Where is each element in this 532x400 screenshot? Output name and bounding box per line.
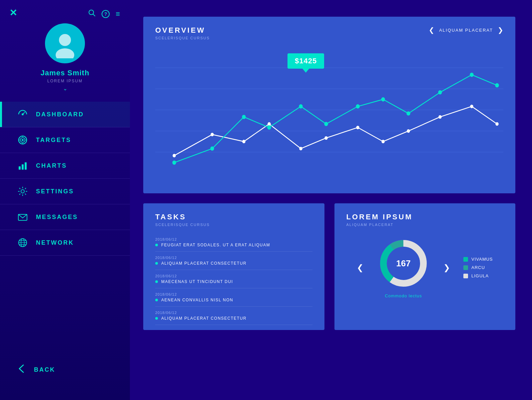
legend-label: LIGULA xyxy=(471,273,489,278)
sidebar-item-charts[interactable]: CHARTS xyxy=(0,153,130,179)
task-date: 2018/06/12 xyxy=(155,237,312,241)
svg-rect-15 xyxy=(25,162,27,170)
overview-next-button[interactable]: ❯ xyxy=(498,26,503,34)
network-icon xyxy=(17,237,29,248)
overview-title: OVERVIEW xyxy=(155,26,210,35)
task-description: ALIQUAM PLACERAT CONSECTETUR xyxy=(155,261,312,266)
legend-label: VIVAMUS xyxy=(471,257,493,262)
svg-point-45 xyxy=(324,122,328,126)
dashboard-icon xyxy=(17,109,29,120)
task-list: 2018/06/12 FEUGIAT ERAT SODALES. UT A ER… xyxy=(155,233,312,325)
donut-legend: VIVAMUS ARCU LIGULA xyxy=(463,257,493,278)
overview-prev-button[interactable]: ❮ xyxy=(429,26,434,34)
svg-point-35 xyxy=(381,140,385,143)
lorem-title-block: LOREM IPSUM ALIQUAM PLACERAT xyxy=(346,213,413,227)
help-icon[interactable]: ? xyxy=(102,10,110,18)
task-text: ALIQUAM PLACERAT CONSECTETUR xyxy=(161,261,247,266)
svg-point-50 xyxy=(470,73,473,77)
task-date: 2018/06/12 xyxy=(155,274,312,278)
donut-chart: 167 xyxy=(377,237,430,290)
main-content: OVERVIEW SCELERISQUE CURSUS ❮ ALIQUAM PL… xyxy=(130,0,532,400)
donut-chart-container: 167 Commodo lectus xyxy=(377,237,430,298)
legend-color-dot xyxy=(463,257,468,262)
messages-label: MESSAGES xyxy=(36,214,78,221)
bottom-row: TASKS SCELERISQUE CURSUS 2018/06/12 FEUG… xyxy=(143,203,515,330)
dashboard-label: DASHBOARD xyxy=(36,111,84,118)
legend-color-dot xyxy=(463,265,468,270)
chevron-down-icon[interactable]: ⌄ xyxy=(63,85,67,92)
task-date: 2018/06/12 xyxy=(155,256,312,260)
task-item: 2018/06/12 FEUGIAT ERAT SODALES. UT A ER… xyxy=(155,233,312,252)
settings-icon xyxy=(17,186,29,197)
legend-label: ARCU xyxy=(471,265,485,270)
svg-point-36 xyxy=(407,129,410,133)
svg-point-28 xyxy=(173,154,176,157)
tasks-title: TASKS xyxy=(155,213,210,221)
task-description: ALIQUAM PLACERAT CONSECTETUR xyxy=(155,316,312,321)
user-name: James Smith xyxy=(41,69,90,77)
chart-area: $1425 xyxy=(155,47,503,177)
sidebar-item-messages[interactable]: MESSAGES xyxy=(0,204,130,230)
sidebar-item-settings[interactable]: SETTINGS xyxy=(0,179,130,204)
donut-prev-button[interactable]: ❮ xyxy=(357,263,363,272)
overview-header: OVERVIEW SCELERISQUE CURSUS ❮ ALIQUAM PL… xyxy=(155,26,503,40)
lorem-subtitle: ALIQUAM PLACERAT xyxy=(346,223,413,227)
legend-item: ARCU xyxy=(463,265,493,270)
svg-point-47 xyxy=(381,97,385,102)
overview-panel: OVERVIEW SCELERISQUE CURSUS ❮ ALIQUAM PL… xyxy=(143,17,515,193)
network-label: NETWORK xyxy=(36,239,74,246)
svg-point-32 xyxy=(299,147,302,150)
task-date: 2018/06/12 xyxy=(155,292,312,296)
tasks-subtitle: SCELERISQUE CURSUS xyxy=(155,223,210,227)
legend-color-dot xyxy=(463,274,468,278)
svg-point-46 xyxy=(356,104,359,109)
task-dot xyxy=(155,244,158,246)
task-item: 2018/06/12 AENEAN CONVALLIS NISL NON xyxy=(155,288,312,307)
targets-icon xyxy=(17,135,29,145)
svg-rect-14 xyxy=(22,164,24,170)
svg-point-3 xyxy=(56,48,74,58)
svg-point-48 xyxy=(406,111,410,116)
search-icon[interactable] xyxy=(88,9,96,18)
sidebar-item-dashboard[interactable]: DASHBOARD xyxy=(0,102,130,127)
task-description: MAECENAS UT TINCIDUNT DUI xyxy=(155,279,312,284)
svg-point-16 xyxy=(21,190,24,193)
svg-point-34 xyxy=(356,126,359,129)
sidebar-item-network[interactable]: NETWORK xyxy=(0,230,130,256)
task-description: AENEAN CONVALLIS NISL NON xyxy=(155,298,312,302)
tasks-panel: TASKS SCELERISQUE CURSUS 2018/06/12 FEUG… xyxy=(143,203,324,330)
svg-point-40 xyxy=(172,161,176,165)
svg-rect-13 xyxy=(19,166,21,170)
back-button[interactable]: BACK xyxy=(0,356,130,383)
task-dot xyxy=(155,299,158,301)
svg-point-41 xyxy=(210,146,214,151)
chart-tooltip: $1425 xyxy=(287,53,324,69)
svg-point-49 xyxy=(438,90,442,95)
menu-icon[interactable]: ≡ xyxy=(116,10,120,18)
close-button[interactable]: ✕ xyxy=(9,7,17,18)
avatar xyxy=(45,23,85,63)
sidebar-item-targets[interactable]: TARGETS xyxy=(0,127,130,153)
user-subtitle: LOREM IPSUM xyxy=(47,79,83,83)
donut-next-button[interactable]: ❯ xyxy=(443,263,450,272)
lorem-panel: LOREM IPSUM ALIQUAM PLACERAT ❮ xyxy=(334,203,516,330)
svg-point-51 xyxy=(495,83,499,88)
tasks-header: TASKS SCELERISQUE CURSUS xyxy=(155,213,312,227)
sidebar-top-icons: ? ≡ xyxy=(88,9,120,18)
svg-point-39 xyxy=(495,122,499,126)
svg-point-8 xyxy=(22,139,24,141)
legend-item: LIGULA xyxy=(463,273,493,278)
svg-line-5 xyxy=(23,112,25,114)
task-text: AENEAN CONVALLIS NISL NON xyxy=(161,298,233,302)
charts-icon xyxy=(17,160,29,171)
nav-menu: DASHBOARD TARGETS xyxy=(0,102,130,256)
svg-point-44 xyxy=(299,104,302,109)
overview-nav-label: ALIQUAM PLACERAT xyxy=(439,28,493,33)
targets-label: TARGETS xyxy=(36,137,71,144)
task-text: FEUGIAT ERAT SODALES. UT A ERAT ALIQUAM xyxy=(161,243,270,247)
lorem-title: LOREM IPSUM xyxy=(346,213,413,221)
task-item: 2018/06/12 ALIQUAM PLACERAT CONSECTETUR xyxy=(155,252,312,270)
donut-bottom-label: Commodo lectus xyxy=(385,293,422,298)
svg-point-30 xyxy=(242,140,246,143)
task-description: FEUGIAT ERAT SODALES. UT A ERAT ALIQUAM xyxy=(155,243,312,247)
